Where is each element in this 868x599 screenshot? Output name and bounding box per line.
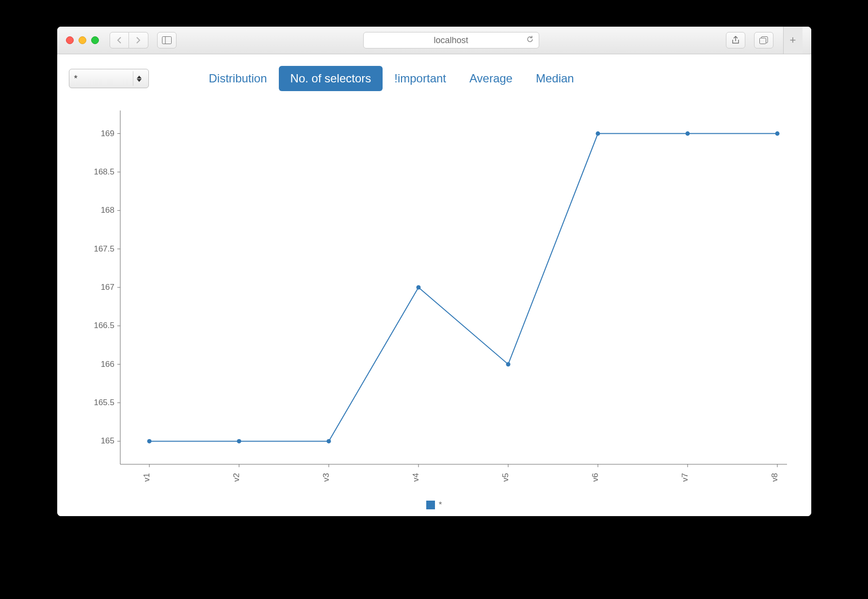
svg-point-43 — [685, 131, 690, 136]
selector-value: * — [74, 73, 78, 84]
forward-button[interactable] — [129, 32, 148, 48]
svg-text:165: 165 — [100, 436, 114, 445]
svg-point-39 — [326, 439, 331, 443]
tab-distribution[interactable]: Distribution — [197, 66, 279, 91]
share-button[interactable] — [726, 32, 745, 48]
svg-text:168.5: 168.5 — [94, 167, 114, 176]
svg-text:166: 166 — [100, 360, 114, 369]
tab-average[interactable]: Average — [458, 66, 524, 91]
dropdown-caret-icon — [133, 71, 145, 86]
svg-text:v6: v6 — [591, 473, 600, 482]
nav-back-forward-group — [110, 32, 148, 48]
chevron-left-icon — [116, 36, 122, 44]
sidebar-toggle-button[interactable] — [157, 32, 177, 48]
svg-text:v7: v7 — [680, 473, 690, 482]
svg-text:v3: v3 — [321, 473, 331, 482]
legend-swatch — [426, 501, 435, 509]
minimize-window-button[interactable] — [79, 36, 86, 44]
svg-text:165.5: 165.5 — [94, 398, 114, 407]
url-text: localhost — [434, 35, 468, 46]
address-bar[interactable]: localhost — [363, 32, 539, 48]
page-toolbar: * DistributionNo. of selectors!important… — [67, 64, 802, 100]
svg-text:v4: v4 — [411, 473, 420, 482]
svg-text:168: 168 — [100, 205, 114, 215]
svg-point-42 — [595, 131, 600, 136]
share-icon — [732, 36, 739, 45]
reload-icon — [526, 35, 534, 43]
svg-text:v5: v5 — [501, 473, 510, 482]
svg-rect-2 — [759, 38, 766, 44]
svg-text:167: 167 — [100, 283, 114, 292]
window-traffic-lights — [66, 36, 99, 44]
chart-legend: * — [67, 499, 802, 516]
legend-label: * — [439, 500, 442, 510]
chevron-right-icon — [135, 36, 141, 44]
line-chart: 165165.5166166.5167167.5168168.5169v1v2v… — [67, 100, 802, 499]
zoom-window-button[interactable] — [91, 36, 99, 44]
close-window-button[interactable] — [66, 36, 74, 44]
tab--important[interactable]: !important — [383, 66, 458, 91]
svg-text:167.5: 167.5 — [94, 244, 114, 253]
svg-point-44 — [775, 131, 779, 136]
back-button[interactable] — [110, 32, 129, 48]
selector-dropdown[interactable]: * — [69, 69, 149, 88]
svg-text:v2: v2 — [232, 473, 241, 482]
new-tab-button[interactable]: + — [783, 27, 803, 54]
sidebar-icon — [162, 36, 172, 44]
svg-text:169: 169 — [100, 129, 114, 138]
tabs-overview-button[interactable] — [754, 32, 773, 48]
tab-no-of-selectors[interactable]: No. of selectors — [279, 66, 383, 91]
chart-area: 165165.5166166.5167167.5168168.5169v1v2v… — [67, 100, 802, 499]
page-content: * DistributionNo. of selectors!important… — [57, 54, 811, 516]
metric-tabs: DistributionNo. of selectors!importantAv… — [197, 66, 586, 91]
browser-window: localhost + * — [57, 27, 811, 516]
reload-button[interactable] — [526, 35, 534, 46]
tabs-icon — [759, 36, 768, 44]
svg-text:v1: v1 — [142, 473, 151, 482]
tab-median[interactable]: Median — [524, 66, 586, 91]
svg-point-41 — [506, 362, 510, 366]
titlebar: localhost + — [57, 27, 811, 54]
svg-point-40 — [416, 285, 420, 290]
svg-text:166.5: 166.5 — [94, 321, 114, 330]
svg-rect-0 — [162, 37, 171, 44]
svg-text:v8: v8 — [770, 473, 779, 482]
svg-point-37 — [147, 439, 151, 443]
svg-point-38 — [237, 439, 241, 443]
